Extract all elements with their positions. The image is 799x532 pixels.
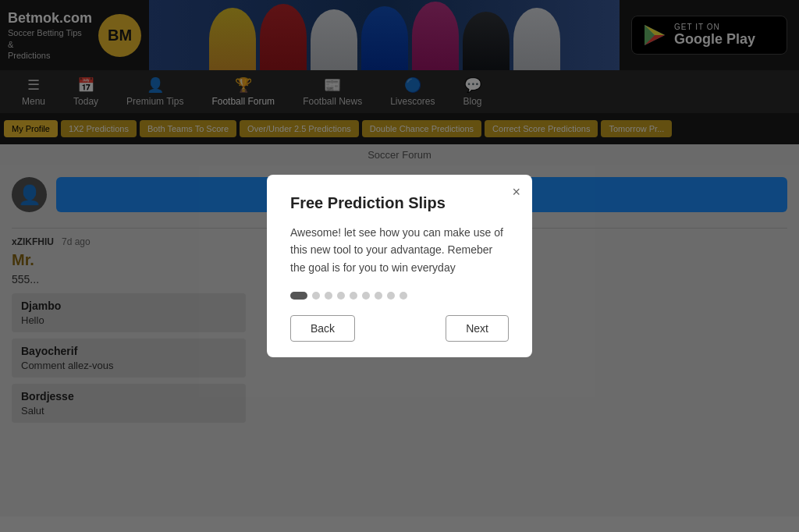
dot-7 — [387, 292, 395, 300]
modal-back-button[interactable]: Back — [290, 315, 355, 342]
modal-close-button[interactable]: × — [512, 184, 520, 200]
dot-6 — [375, 292, 382, 300]
modal-dots — [290, 292, 509, 300]
modal-dialog: Free Prediction Slips × Awesome! let see… — [267, 175, 532, 357]
dot-5 — [362, 292, 370, 300]
dot-8 — [400, 292, 407, 300]
dot-2 — [325, 292, 332, 300]
modal-title: Free Prediction Slips — [290, 194, 509, 212]
modal-overlay[interactable]: Free Prediction Slips × Awesome! let see… — [0, 0, 799, 532]
dot-1 — [312, 292, 320, 300]
dot-0 — [290, 292, 307, 300]
dot-3 — [337, 292, 345, 300]
modal-body: Awesome! let see how you can make use of… — [290, 224, 509, 276]
modal-footer: Back Next — [290, 315, 509, 342]
dot-4 — [350, 292, 357, 300]
modal-next-button[interactable]: Next — [446, 315, 509, 342]
